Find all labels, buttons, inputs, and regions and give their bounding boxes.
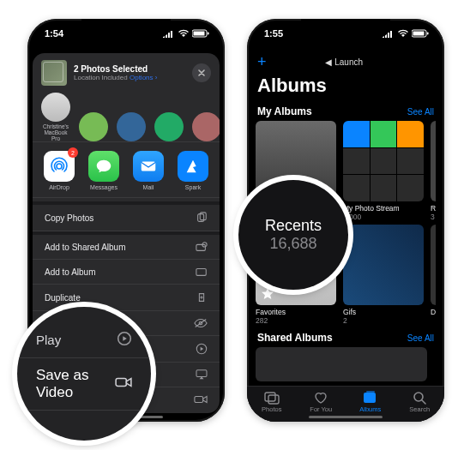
album-name: My Photo Stream	[343, 204, 424, 213]
action-add-shared-album[interactable]: Add to Shared Album	[33, 231, 220, 260]
airdrop-icon: 2	[44, 151, 75, 182]
svg-rect-16	[413, 32, 425, 36]
share-title: 2 Photos Selected	[74, 64, 185, 74]
album-icon	[196, 267, 208, 277]
tab-search[interactable]: Search	[398, 391, 441, 413]
app-airdrop[interactable]: 2 AirDrop	[43, 151, 75, 190]
svg-rect-13	[196, 370, 207, 377]
share-thumbnail	[41, 60, 67, 86]
app-messages[interactable]: Messages	[87, 151, 120, 190]
album-cover	[431, 121, 436, 201]
notch	[81, 19, 171, 38]
lens-count: 16,688	[269, 235, 316, 253]
action-duplicate[interactable]: Duplicate	[33, 285, 220, 311]
share-contact[interactable]	[154, 112, 184, 141]
album-name: Favorites	[256, 308, 336, 316]
action-label: Add to Shared Album	[45, 243, 126, 252]
album-peek[interactable]: R 3	[431, 121, 436, 221]
back-launch[interactable]: ◀ Launch	[325, 57, 363, 67]
svg-rect-14	[195, 396, 203, 402]
svg-rect-20	[364, 393, 376, 403]
album-count: 3	[431, 213, 436, 221]
messages-icon	[88, 151, 119, 182]
share-contacts-row[interactable]: Christine's MacBook Pro	[33, 93, 220, 142]
svg-rect-25	[116, 379, 126, 387]
album-cover	[431, 225, 436, 305]
hide-icon	[194, 318, 208, 328]
action-label: Duplicate	[45, 293, 81, 303]
spark-icon	[178, 151, 208, 182]
app-label: Messages	[90, 184, 117, 190]
album-my-photo-stream[interactable]: My Photo Stream 1,000	[343, 121, 424, 221]
share-contact[interactable]	[192, 112, 220, 141]
shared-albums-row[interactable]	[256, 347, 436, 385]
svg-line-23	[422, 400, 425, 404]
duplicate-icon	[196, 291, 208, 303]
copy-icon	[196, 212, 208, 224]
video-icon	[115, 375, 132, 393]
share-options-link[interactable]: Options ›	[130, 74, 157, 81]
shared-album[interactable]	[256, 347, 427, 381]
play-icon	[196, 343, 208, 355]
status-indicators	[163, 29, 209, 38]
share-subtitle-text: Location Included	[74, 74, 128, 81]
contact-label: Christine's MacBook Pro	[41, 123, 70, 141]
home-indicator[interactable]	[309, 416, 383, 418]
app-label: Spark	[185, 184, 201, 190]
share-apps-row[interactable]: 2 AirDrop Messages Mail	[33, 142, 220, 198]
zoom-lens-save-video: Play Save as Video	[17, 307, 151, 441]
see-all-link[interactable]: See All	[407, 107, 434, 117]
svg-rect-19	[268, 395, 279, 404]
app-spark[interactable]: Spark	[177, 151, 209, 190]
photos-icon	[263, 391, 280, 405]
album-count: 282	[256, 316, 336, 325]
svg-rect-7	[196, 244, 206, 250]
album-name: R	[431, 204, 436, 213]
section-shared-header: Shared Albums See All	[256, 328, 436, 347]
action-label: Add to Album	[45, 267, 95, 277]
share-subtitle[interactable]: Location Included Options ›	[74, 74, 185, 81]
album-cover	[343, 121, 424, 201]
action-copy-photos[interactable]: Copy Photos	[33, 201, 220, 231]
lens-label: Save as Video	[36, 367, 115, 401]
app-label: AirDrop	[49, 184, 69, 190]
mail-icon	[133, 151, 164, 182]
lens-row-blank	[17, 411, 151, 441]
svg-rect-4	[142, 162, 156, 171]
see-all-link[interactable]: See All	[407, 333, 434, 343]
section-title: Shared Albums	[257, 332, 333, 344]
album-count: 2	[343, 316, 424, 325]
tab-label: For You	[310, 405, 332, 413]
svg-rect-2	[208, 33, 209, 35]
airplay-icon	[196, 369, 208, 380]
tab-for-you[interactable]: For You	[299, 391, 342, 413]
tab-albums[interactable]: Albums	[349, 391, 392, 413]
lens-label: Play	[36, 333, 61, 347]
nav-bar: + ◀ Launch	[256, 48, 436, 73]
badge: 2	[68, 147, 78, 158]
video-icon	[194, 394, 208, 405]
album-cover	[256, 347, 427, 381]
share-contact[interactable]	[117, 112, 146, 141]
svg-rect-9	[196, 269, 206, 276]
album-name: Gifs	[343, 308, 424, 316]
lens-row-save-video[interactable]: Save as Video	[17, 358, 151, 411]
svg-rect-1	[194, 32, 205, 36]
close-button[interactable]	[192, 63, 211, 82]
action-add-album[interactable]: Add to Album	[33, 260, 220, 285]
album-cover	[343, 225, 424, 305]
album-gifs[interactable]: Gifs 2	[343, 225, 424, 325]
add-button[interactable]: +	[257, 53, 267, 71]
tab-photos[interactable]: Photos	[250, 391, 293, 413]
share-contact[interactable]: Christine's MacBook Pro	[41, 93, 70, 141]
status-time: 1:55	[264, 28, 283, 39]
svg-rect-21	[366, 391, 375, 393]
album-peek[interactable]: D	[431, 225, 436, 325]
status-indicators	[383, 29, 429, 38]
app-label: Mail	[143, 184, 154, 190]
albums-icon	[362, 391, 379, 405]
app-mail[interactable]: Mail	[132, 151, 165, 190]
share-contact[interactable]	[79, 112, 108, 141]
tab-label: Photos	[262, 405, 281, 413]
album-name: D	[431, 308, 436, 316]
